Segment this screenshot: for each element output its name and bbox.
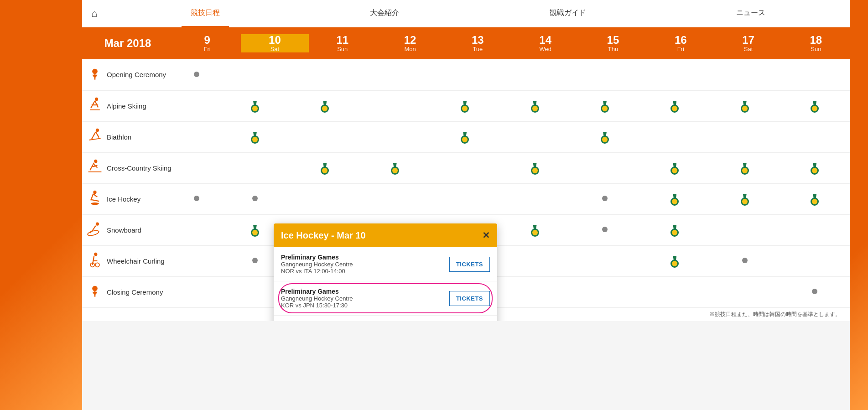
cell-icehockey-day9[interactable] bbox=[780, 183, 850, 214]
cell-wheelchair-day5[interactable] bbox=[500, 245, 570, 276]
cal-day-16[interactable]: 16Fri bbox=[647, 34, 714, 53]
medal-icon bbox=[251, 225, 259, 237]
cell-crosscountry-day7[interactable] bbox=[640, 152, 710, 183]
home-icon[interactable]: ⌂ bbox=[91, 8, 97, 20]
cell-alpine-day2[interactable] bbox=[290, 90, 360, 121]
nav-item-about[interactable]: 大会紹介 bbox=[361, 0, 408, 27]
cell-closing-day0[interactable] bbox=[173, 276, 220, 307]
cell-biathlon-day3[interactable] bbox=[360, 121, 430, 152]
cell-opening-day4[interactable] bbox=[430, 59, 499, 90]
cell-crosscountry-day9[interactable] bbox=[780, 152, 850, 183]
cell-alpine-day4[interactable] bbox=[430, 90, 499, 121]
cell-icehockey-day5[interactable] bbox=[500, 183, 570, 214]
cell-crosscountry-day2[interactable] bbox=[290, 152, 360, 183]
sport-name-alpine: Alpine Skiing bbox=[107, 102, 146, 110]
cell-opening-day0[interactable] bbox=[173, 59, 220, 90]
popup-close-button[interactable]: ✕ bbox=[482, 230, 490, 241]
cell-opening-day7[interactable] bbox=[640, 59, 710, 90]
cell-crosscountry-day1[interactable] bbox=[220, 152, 290, 183]
sport-label-cell-alpine: Alpine Skiing bbox=[82, 90, 173, 121]
cal-day-10[interactable]: 10Sat bbox=[241, 34, 308, 53]
svg-point-6 bbox=[94, 160, 97, 163]
cell-alpine-day6[interactable] bbox=[570, 90, 639, 121]
cell-icehockey-day3[interactable] bbox=[360, 183, 430, 214]
medal-icon bbox=[741, 194, 749, 206]
cell-crosscountry-day3[interactable] bbox=[360, 152, 430, 183]
cell-alpine-day1[interactable] bbox=[220, 90, 290, 121]
medal-icon bbox=[391, 163, 399, 175]
nav-item-schedule[interactable]: 競技日程 bbox=[182, 0, 229, 27]
cell-crosscountry-day0[interactable] bbox=[173, 152, 220, 183]
cell-alpine-day5[interactable] bbox=[500, 90, 570, 121]
cell-closing-day8[interactable] bbox=[710, 276, 780, 307]
svg-point-4 bbox=[96, 129, 99, 132]
medal-icon bbox=[670, 163, 679, 175]
cell-opening-day5[interactable] bbox=[500, 59, 570, 90]
cell-snowboard-day8[interactable] bbox=[710, 214, 780, 245]
cell-snowboard-day7[interactable] bbox=[640, 214, 710, 245]
cell-icehockey-day4[interactable] bbox=[430, 183, 499, 214]
cell-biathlon-day5[interactable] bbox=[500, 121, 570, 152]
cell-biathlon-day2[interactable] bbox=[290, 121, 360, 152]
svg-point-10 bbox=[96, 223, 99, 226]
cell-alpine-day0[interactable] bbox=[173, 90, 220, 121]
nav-item-guide[interactable]: 観戦ガイド bbox=[541, 0, 595, 27]
cell-closing-day6[interactable] bbox=[570, 276, 639, 307]
nav-item-news[interactable]: ニュース bbox=[727, 0, 774, 27]
cell-closing-day5[interactable] bbox=[500, 276, 570, 307]
cell-opening-day2[interactable] bbox=[290, 59, 360, 90]
cell-opening-day3[interactable] bbox=[360, 59, 430, 90]
cell-icehockey-day8[interactable] bbox=[710, 183, 780, 214]
cell-opening-day8[interactable] bbox=[710, 59, 780, 90]
cell-biathlon-day7[interactable] bbox=[640, 121, 710, 152]
cell-alpine-day9[interactable] bbox=[780, 90, 850, 121]
cal-day-18[interactable]: 18Sun bbox=[782, 34, 850, 53]
cell-icehockey-day0[interactable] bbox=[173, 183, 220, 214]
cell-alpine-day8[interactable] bbox=[710, 90, 780, 121]
medal-icon bbox=[670, 194, 679, 206]
cell-wheelchair-day6[interactable] bbox=[570, 245, 639, 276]
cell-biathlon-day8[interactable] bbox=[710, 121, 780, 152]
cell-closing-day9[interactable] bbox=[780, 276, 850, 307]
cell-opening-day9[interactable] bbox=[780, 59, 850, 90]
sport-label-cell-opening: Opening Ceremony bbox=[82, 59, 173, 90]
cell-snowboard-day6[interactable] bbox=[570, 214, 639, 245]
tickets-button-1[interactable]: TICKETS bbox=[449, 291, 490, 306]
cell-wheelchair-day9[interactable] bbox=[780, 245, 850, 276]
cell-wheelchair-day8[interactable] bbox=[710, 245, 780, 276]
cell-biathlon-day4[interactable] bbox=[430, 121, 499, 152]
cell-icehockey-day7[interactable] bbox=[640, 183, 710, 214]
cal-day-14[interactable]: 14Wed bbox=[511, 34, 579, 53]
cell-closing-day7[interactable] bbox=[640, 276, 710, 307]
cell-icehockey-day1[interactable] bbox=[220, 183, 290, 214]
cell-snowboard-day5[interactable] bbox=[500, 214, 570, 245]
cal-day-17[interactable]: 17Sat bbox=[714, 34, 782, 53]
cal-day-13[interactable]: 13Tue bbox=[444, 34, 511, 53]
cal-day-15[interactable]: 15Thu bbox=[579, 34, 647, 53]
cell-opening-day1[interactable] bbox=[220, 59, 290, 90]
cell-crosscountry-day8[interactable] bbox=[710, 152, 780, 183]
cal-day-9[interactable]: 9Fri bbox=[173, 34, 241, 53]
cell-crosscountry-day5[interactable] bbox=[500, 152, 570, 183]
cal-day-12[interactable]: 12Mon bbox=[376, 34, 444, 53]
cell-crosscountry-day4[interactable] bbox=[430, 152, 499, 183]
cell-snowboard-day0[interactable] bbox=[173, 214, 220, 245]
cell-snowboard-day9[interactable] bbox=[780, 214, 850, 245]
cell-biathlon-day6[interactable] bbox=[570, 121, 639, 152]
cell-biathlon-day1[interactable] bbox=[220, 121, 290, 152]
cell-alpine-day7[interactable] bbox=[640, 90, 710, 121]
cell-crosscountry-day6[interactable] bbox=[570, 152, 639, 183]
event-info-1: Preliminary Games Gangneung Hockey Centr… bbox=[281, 288, 444, 309]
medal-icon bbox=[601, 132, 609, 144]
cal-day-11[interactable]: 11Sun bbox=[309, 34, 376, 53]
event-time-1: KOR vs JPN 15:30-17:30 bbox=[281, 302, 444, 309]
cell-wheelchair-day0[interactable] bbox=[173, 245, 220, 276]
cell-biathlon-day9[interactable] bbox=[780, 121, 850, 152]
cell-icehockey-day6[interactable] bbox=[570, 183, 639, 214]
tickets-button-0[interactable]: TICKETS bbox=[449, 257, 490, 272]
cell-alpine-day3[interactable] bbox=[360, 90, 430, 121]
cell-biathlon-day0[interactable] bbox=[173, 121, 220, 152]
cell-opening-day6[interactable] bbox=[570, 59, 639, 90]
cell-icehockey-day2[interactable] bbox=[290, 183, 360, 214]
cell-wheelchair-day7[interactable] bbox=[640, 245, 710, 276]
